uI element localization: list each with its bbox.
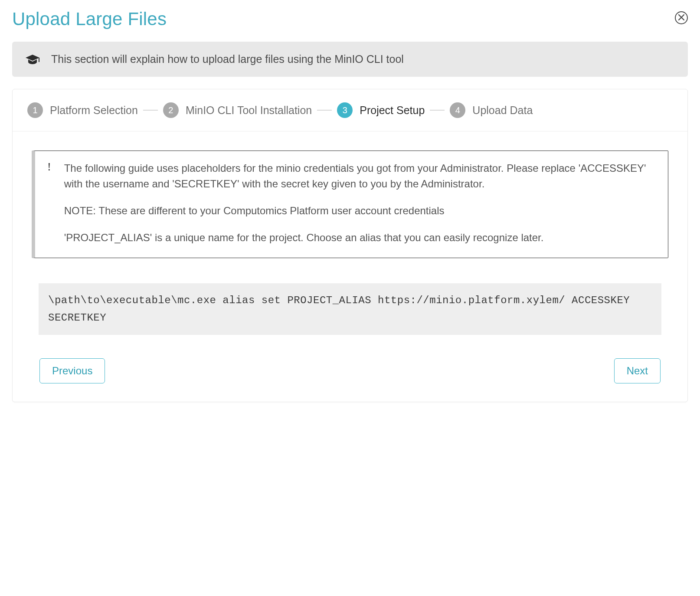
step-minio-cli-installation[interactable]: 2 MinIO CLI Tool Installation — [163, 102, 312, 118]
close-icon — [678, 14, 684, 22]
notice-box: ! The following guide uses placeholders … — [32, 151, 668, 258]
notice-text: The following guide uses placeholders fo… — [64, 160, 656, 246]
step-connector — [317, 110, 332, 111]
graduation-cap-icon — [25, 54, 40, 65]
step-label: Platform Selection — [50, 104, 138, 117]
info-banner: This section will explain how to upload … — [12, 42, 688, 77]
step-label: Project Setup — [360, 104, 425, 117]
notice-paragraph-2: NOTE: These are different to your Comput… — [64, 203, 656, 219]
exclamation-icon: ! — [47, 160, 51, 246]
step-number: 1 — [27, 102, 43, 118]
wizard-body: ! The following guide uses placeholders … — [13, 131, 687, 402]
stepper: 1 Platform Selection 2 MinIO CLI Tool In… — [13, 89, 687, 131]
step-upload-data[interactable]: 4 Upload Data — [450, 102, 533, 118]
svg-rect-0 — [39, 58, 39, 62]
notice-paragraph-3: 'PROJECT_ALIAS' is a unique name for the… — [64, 230, 656, 246]
dialog-header: Upload Large Files — [12, 9, 688, 29]
step-label: MinIO CLI Tool Installation — [186, 104, 312, 117]
command-code-block: \path\to\executable\mc.exe alias set PRO… — [39, 283, 661, 335]
info-banner-text: This section will explain how to upload … — [51, 53, 404, 65]
step-connector — [143, 110, 158, 111]
previous-button[interactable]: Previous — [39, 358, 105, 383]
step-number: 2 — [163, 102, 179, 118]
wizard-card: 1 Platform Selection 2 MinIO CLI Tool In… — [12, 89, 688, 402]
step-project-setup[interactable]: 3 Project Setup — [337, 102, 425, 118]
step-connector — [430, 110, 445, 111]
step-number: 4 — [450, 102, 465, 118]
notice-paragraph-1: The following guide uses placeholders fo… — [64, 160, 656, 192]
step-number: 3 — [337, 102, 353, 118]
wizard-button-row: Previous Next — [32, 358, 668, 386]
step-platform-selection[interactable]: 1 Platform Selection — [27, 102, 138, 118]
close-button[interactable] — [675, 11, 688, 24]
next-button[interactable]: Next — [614, 358, 661, 383]
step-label: Upload Data — [472, 104, 533, 117]
page-title: Upload Large Files — [12, 9, 167, 29]
